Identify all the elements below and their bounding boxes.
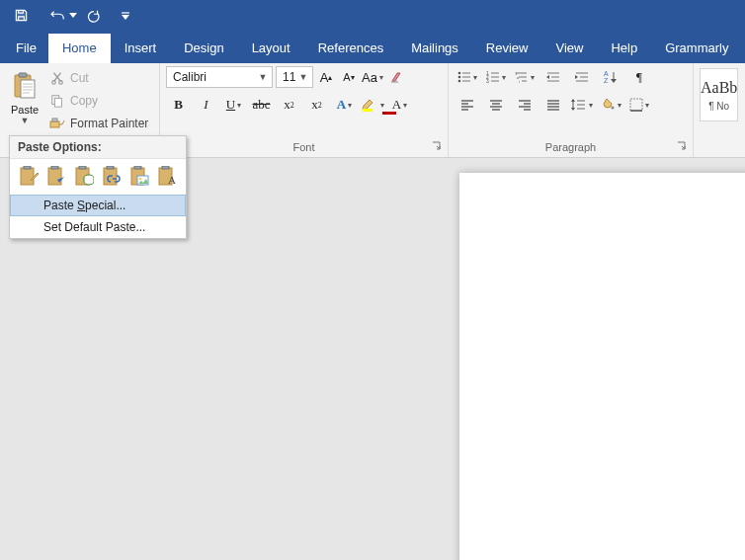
svg-rect-4: [19, 73, 27, 77]
svg-text:i: i: [519, 79, 520, 83]
undo-dropdown[interactable]: [67, 3, 79, 29]
svg-rect-12: [363, 109, 372, 112]
sort-button[interactable]: AZ: [598, 66, 623, 88]
tab-help[interactable]: Help: [597, 34, 651, 63]
ribbon-tabs: File Home Insert Design Layout Reference…: [0, 31, 745, 63]
svg-rect-27: [21, 168, 34, 185]
grow-font-button[interactable]: A▴: [316, 66, 336, 88]
paste-dropdown-arrow[interactable]: ▼: [21, 116, 30, 125]
tab-layout[interactable]: Layout: [238, 34, 304, 63]
increase-indent-button[interactable]: [569, 66, 595, 88]
font-launcher-icon[interactable]: [430, 139, 444, 153]
paste-special-item[interactable]: Paste Special...: [10, 195, 186, 216]
borders-button[interactable]: ▾: [626, 94, 652, 116]
paste-icon: [9, 70, 41, 104]
decrease-indent-button[interactable]: [540, 66, 566, 88]
paste-label: Paste: [11, 104, 39, 116]
tab-home[interactable]: Home: [48, 34, 111, 63]
svg-rect-11: [52, 119, 57, 121]
chevron-down-icon: ▼: [296, 72, 310, 82]
paste-keep-source-icon[interactable]: [18, 165, 40, 189]
svg-rect-32: [79, 166, 86, 169]
tab-file[interactable]: File: [6, 34, 48, 63]
group-label-font: Font: [166, 140, 442, 155]
highlight-button[interactable]: ▾: [360, 94, 384, 116]
svg-point-15: [458, 80, 461, 83]
tab-view[interactable]: View: [541, 34, 597, 63]
justify-button[interactable]: [540, 94, 566, 116]
tab-review[interactable]: Review: [472, 34, 542, 63]
multilevel-list-button[interactable]: 1ai▾: [512, 66, 538, 88]
group-font: Calibri ▼ 11 ▼ A▴ A▾ Aa▾ B I U▾ abc x2 x…: [160, 63, 449, 157]
numbering-button[interactable]: 123▾: [483, 66, 509, 88]
tab-mailings[interactable]: Mailings: [397, 34, 472, 63]
shading-button[interactable]: ▾: [598, 94, 623, 116]
svg-text:Z: Z: [604, 77, 609, 84]
clear-formatting-button[interactable]: [386, 66, 408, 88]
tab-references[interactable]: References: [304, 34, 397, 63]
change-case-button[interactable]: Aa▾: [362, 66, 383, 88]
paste-use-destination-icon[interactable]: [73, 165, 95, 189]
format-painter-button[interactable]: Format Painter: [49, 114, 148, 133]
chevron-down-icon: ▼: [256, 72, 270, 82]
paste-text-only-icon[interactable]: A: [156, 165, 178, 189]
svg-rect-28: [24, 166, 31, 169]
format-painter-icon: [49, 116, 65, 131]
customize-qat-dropdown[interactable]: [119, 3, 132, 29]
cut-icon: [49, 70, 65, 86]
line-spacing-button[interactable]: ▾: [569, 94, 595, 116]
style-preview-text: AaBb: [701, 79, 737, 97]
svg-point-6: [52, 81, 56, 85]
italic-button[interactable]: I: [194, 94, 218, 116]
set-default-paste-item[interactable]: Set Default Paste...: [10, 216, 186, 238]
align-center-button[interactable]: [483, 94, 509, 116]
copy-label: Copy: [70, 94, 98, 108]
cut-label: Cut: [70, 71, 89, 85]
tab-grammarly[interactable]: Grammarly: [651, 34, 742, 63]
copy-icon: [49, 93, 65, 109]
document-page[interactable]: [459, 173, 745, 560]
cut-button[interactable]: Cut: [49, 68, 148, 88]
shrink-font-button[interactable]: A▾: [339, 66, 359, 88]
svg-rect-34: [107, 166, 114, 169]
paste-merge-formatting-icon[interactable]: [45, 165, 67, 189]
paste-picture-icon[interactable]: [128, 165, 150, 189]
svg-rect-40: [162, 166, 169, 169]
group-label-paragraph: Paragraph: [455, 140, 687, 155]
text-effects-button[interactable]: A▾: [332, 94, 357, 116]
strikethrough-button[interactable]: abc: [249, 94, 274, 116]
copy-button[interactable]: Copy: [49, 91, 148, 111]
group-paragraph: ▾ 123▾ 1ai▾ AZ ¶ ▾ ▾ ▾ Paragraph: [449, 63, 694, 157]
style-normal[interactable]: AaBb ¶ No: [700, 68, 738, 121]
show-hide-button[interactable]: ¶: [626, 66, 652, 88]
svg-rect-5: [21, 80, 35, 98]
tab-design[interactable]: Design: [170, 34, 237, 63]
svg-text:A: A: [604, 70, 609, 77]
font-size-combo[interactable]: 11 ▼: [276, 66, 313, 88]
save-button[interactable]: [8, 3, 34, 29]
bold-button[interactable]: B: [166, 94, 191, 116]
paragraph-launcher-icon[interactable]: [675, 139, 689, 153]
paste-button[interactable]: Paste ▼: [6, 66, 43, 137]
redo-button[interactable]: [81, 3, 107, 29]
align-right-button[interactable]: [512, 94, 538, 116]
svg-point-14: [458, 76, 461, 79]
svg-rect-10: [50, 121, 59, 127]
group-styles: AaBb ¶ No: [694, 63, 743, 157]
svg-rect-36: [134, 166, 141, 169]
style-caption: ¶ No: [708, 101, 729, 112]
svg-point-7: [59, 81, 63, 85]
tab-insert[interactable]: Insert: [111, 34, 171, 63]
align-left-button[interactable]: [455, 94, 480, 116]
paste-link-icon[interactable]: [101, 165, 123, 189]
svg-rect-9: [54, 98, 61, 107]
font-color-button[interactable]: A▾: [387, 94, 412, 116]
svg-text:3: 3: [486, 78, 489, 83]
subscript-button[interactable]: x2: [277, 94, 301, 116]
font-name-combo[interactable]: Calibri ▼: [166, 66, 273, 88]
superscript-button[interactable]: x2: [304, 94, 329, 116]
format-painter-label: Format Painter: [70, 117, 148, 130]
underline-button[interactable]: U▾: [221, 94, 246, 116]
font-size-value: 11: [283, 70, 296, 84]
bullets-button[interactable]: ▾: [455, 66, 480, 88]
